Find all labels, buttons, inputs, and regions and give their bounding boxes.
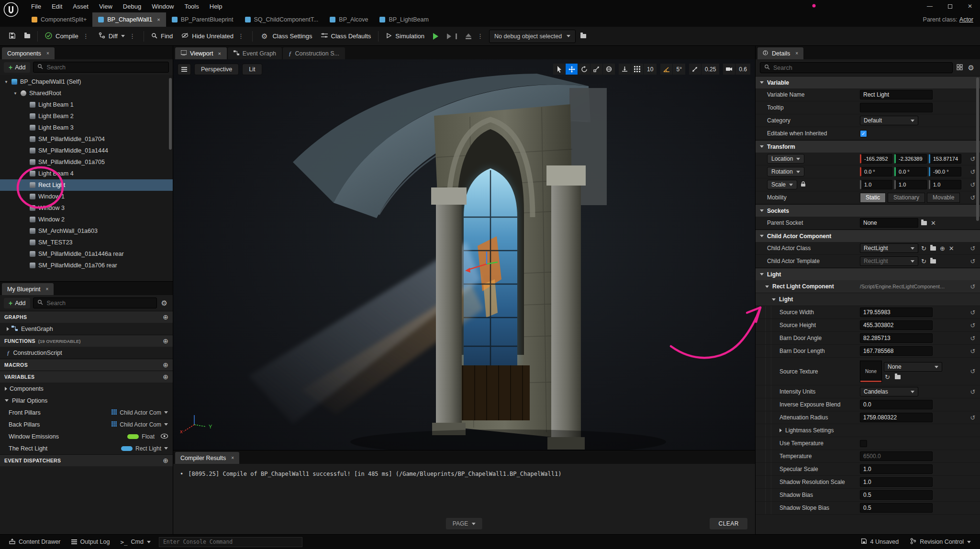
asset-tab[interactable]: BP_ChapelWall1× bbox=[92, 12, 166, 27]
scale-z-input[interactable]: 1.0 bbox=[929, 180, 961, 189]
save-asset-button[interactable] bbox=[5, 29, 20, 44]
components-tree-item[interactable]: SM_TEST23 bbox=[0, 237, 173, 248]
rotation-snap-icon[interactable] bbox=[660, 64, 672, 75]
rotation-z-input[interactable]: -90.0 ° bbox=[929, 167, 961, 176]
viewport-3d[interactable]: Perspective Lit 10 5° bbox=[173, 59, 755, 450]
number-input[interactable]: 0.5 bbox=[860, 490, 933, 500]
output-log-button[interactable]: Output Log bbox=[67, 536, 114, 548]
mobility-movable[interactable]: Movable bbox=[927, 193, 960, 203]
copy-icon[interactable]: ↻ bbox=[920, 258, 927, 265]
collapse-icon[interactable] bbox=[760, 209, 764, 212]
tab-details[interactable]: Details × bbox=[757, 47, 803, 59]
number-input[interactable]: 82.285713 bbox=[860, 333, 933, 343]
texture-dropdown[interactable]: None bbox=[884, 362, 942, 372]
construction-script-row[interactable]: ƒ ConstructionScript bbox=[0, 347, 173, 359]
components-tree-item[interactable]: Light Beam 3 bbox=[0, 122, 173, 133]
variable-category-components[interactable]: Components bbox=[0, 383, 173, 395]
close-icon[interactable]: × bbox=[231, 455, 234, 461]
eject-button[interactable] bbox=[462, 30, 475, 43]
collapse-icon[interactable] bbox=[760, 145, 764, 148]
cmd-dropdown[interactable]: >_ Cmd bbox=[116, 536, 155, 548]
components-search-input[interactable] bbox=[46, 64, 165, 71]
components-tree-item[interactable]: Light Beam 2 bbox=[0, 110, 173, 122]
number-input[interactable]: 1.0 bbox=[860, 464, 933, 474]
scale-tool-icon[interactable] bbox=[590, 64, 602, 75]
mobility-stationary[interactable]: Stationary bbox=[888, 193, 925, 203]
collapse-icon[interactable] bbox=[772, 298, 776, 301]
revert-icon[interactable]: ↺ bbox=[967, 309, 979, 316]
debug-object-dropdown[interactable]: No debug object selected bbox=[489, 30, 576, 43]
add-blueprint-item-button[interactable]: + Add bbox=[4, 298, 30, 308]
debug-browse-button[interactable] bbox=[577, 31, 590, 42]
collapse-icon[interactable] bbox=[765, 285, 769, 288]
components-search[interactable] bbox=[33, 62, 169, 73]
collapse-icon[interactable] bbox=[760, 235, 764, 237]
add-function-icon[interactable]: ⊕ bbox=[163, 337, 168, 345]
tab-components[interactable]: Components × bbox=[2, 47, 55, 59]
lit-mode-button[interactable]: Lit bbox=[242, 64, 262, 75]
collapse-icon[interactable] bbox=[760, 81, 764, 84]
components-tree-item[interactable]: Window 1 bbox=[0, 191, 173, 202]
asset-tab[interactable]: BP_Alcove bbox=[324, 12, 374, 27]
eye-icon[interactable] bbox=[161, 433, 168, 440]
close-icon[interactable]: × bbox=[46, 51, 49, 56]
details-settings-icon[interactable]: ⚙ bbox=[967, 64, 976, 72]
tooltip-input[interactable] bbox=[860, 103, 933, 112]
play-options-icon[interactable]: ⋮ bbox=[476, 33, 484, 40]
add-macro-icon[interactable]: ⊕ bbox=[163, 361, 168, 369]
socket-browse-icon[interactable] bbox=[920, 221, 928, 225]
perspective-button[interactable]: Perspective bbox=[194, 64, 239, 75]
my-blueprint-search[interactable] bbox=[33, 297, 156, 308]
section-sockets[interactable]: Sockets bbox=[756, 204, 980, 217]
frame-skip-button[interactable] bbox=[443, 30, 461, 43]
browse-asset-button[interactable] bbox=[21, 31, 34, 42]
scale-y-input[interactable]: 1.0 bbox=[894, 180, 927, 189]
mobility-static[interactable]: Static bbox=[860, 193, 886, 203]
number-input[interactable]: 0.5 bbox=[860, 503, 933, 513]
number-input[interactable]: 0.0 bbox=[860, 400, 933, 409]
class-settings-button[interactable]: ⚙ Class Settings bbox=[256, 29, 316, 44]
dropdown[interactable]: Candelas bbox=[860, 387, 918, 396]
camera-speed-value[interactable]: 0.6 bbox=[735, 64, 750, 75]
collapse-icon[interactable] bbox=[760, 273, 764, 275]
scale-snap-icon[interactable] bbox=[689, 64, 701, 75]
row-light-subsection[interactable]: Light bbox=[756, 293, 980, 306]
find-button[interactable]: Find bbox=[147, 29, 177, 44]
components-tree-item[interactable]: SM_PillarMiddle_01a1446a rear bbox=[0, 248, 173, 260]
compile-options-icon[interactable]: ⋮ bbox=[82, 33, 90, 40]
add-component-button[interactable]: + Add bbox=[4, 62, 30, 73]
rotate-tool-icon[interactable] bbox=[578, 64, 590, 75]
section-event-dispatchers[interactable]: EVENT DISPATCHERS ⊕ bbox=[0, 454, 173, 466]
simulation-button[interactable]: Simulation bbox=[382, 29, 428, 44]
minimize-icon[interactable]: — bbox=[920, 0, 940, 12]
graph-tab-event-graph[interactable]: Event Graph bbox=[228, 47, 282, 59]
components-tree-item[interactable]: Rect Light bbox=[0, 179, 173, 191]
row-rect-light-component[interactable]: Rect Light Component /Script/Engine.Rect… bbox=[756, 280, 980, 293]
asset-tab[interactable]: BP_LightBeam bbox=[374, 12, 434, 27]
number-input[interactable]: 1.0 bbox=[860, 477, 933, 487]
components-tree-item[interactable]: Window 3 bbox=[0, 202, 173, 214]
rotation-x-input[interactable]: 0.0 ° bbox=[860, 167, 892, 176]
components-tree-item[interactable]: SM_PillarMiddle_01a706 rear bbox=[0, 260, 173, 271]
expand-icon[interactable] bbox=[7, 327, 9, 331]
close-icon[interactable]: ✕ bbox=[960, 0, 980, 12]
use-selected-icon[interactable]: ↻ bbox=[920, 245, 927, 252]
section-variable[interactable]: Variable bbox=[756, 76, 980, 88]
graph-tab-viewport[interactable]: Viewport× bbox=[175, 47, 227, 59]
rotation-snap-value[interactable]: 5° bbox=[673, 64, 685, 75]
menu-item-edit[interactable]: Edit bbox=[46, 1, 67, 12]
class-defaults-button[interactable]: Class Defaults bbox=[317, 29, 375, 43]
asset-tab[interactable]: BP_ParentBlueprint bbox=[166, 12, 239, 27]
my-blueprint-search-input[interactable] bbox=[46, 300, 152, 307]
number-input[interactable]: 179.55983 bbox=[860, 307, 933, 317]
revert-icon[interactable]: ↺ bbox=[967, 414, 979, 421]
scale-snap-value[interactable]: 0.25 bbox=[702, 64, 719, 75]
variable-category-pillar-options[interactable]: Pillar Options bbox=[0, 395, 173, 406]
add-variable-icon[interactable]: ⊕ bbox=[163, 373, 168, 381]
variable-row[interactable]: Back PillarsChild Actor Com bbox=[0, 418, 173, 430]
expand-icon[interactable] bbox=[5, 387, 7, 391]
parent-socket-input[interactable]: None bbox=[860, 218, 918, 228]
browse-icon[interactable] bbox=[894, 375, 902, 379]
grid-snap-icon[interactable] bbox=[631, 64, 643, 75]
section-child-actor-component[interactable]: Child Actor Component bbox=[756, 230, 980, 242]
